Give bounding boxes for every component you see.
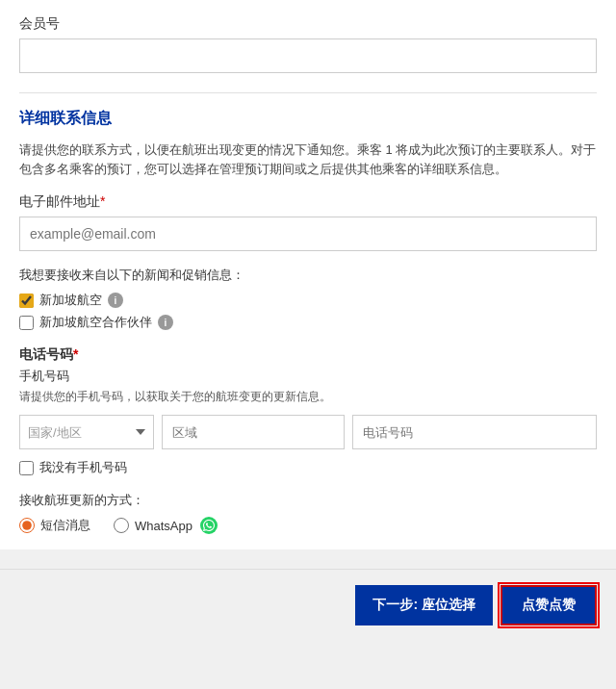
- promo-label: 我想要接收来自以下的新闻和促销信息：: [19, 267, 597, 284]
- promo-section: 我想要接收来自以下的新闻和促销信息： 新加坡航空 i 新加坡航空合作伙伴 i: [19, 267, 597, 331]
- email-input[interactable]: [19, 217, 597, 251]
- sms-label: 短信消息: [40, 517, 90, 534]
- update-method-label: 接收航班更新的方式：: [19, 492, 597, 509]
- email-section: 电子邮件地址*: [19, 193, 597, 251]
- detail-section-title: 详细联系信息: [19, 109, 597, 129]
- update-method-options: 短信消息 WhatsApp: [19, 517, 597, 534]
- promo-partners-label: 新加坡航空合作伙伴: [39, 314, 152, 331]
- email-label: 电子邮件地址*: [19, 193, 597, 211]
- no-phone-checkbox[interactable]: [19, 461, 34, 475]
- promo-option-partners: 新加坡航空合作伙伴 i: [19, 314, 597, 331]
- partners-info-icon[interactable]: i: [158, 315, 173, 330]
- detail-contact-section: 详细联系信息 请提供您的联系方式，以便在航班出现变更的情况下通知您。乘客 1 将…: [19, 109, 597, 534]
- phone-number-input[interactable]: [352, 415, 597, 449]
- whatsapp-radio[interactable]: [114, 518, 129, 533]
- phone-section-title: 电话号码*: [19, 346, 597, 364]
- phone-country-select[interactable]: 国家/地区: [19, 415, 154, 449]
- promo-partners-checkbox[interactable]: [19, 316, 34, 330]
- whatsapp-option[interactable]: WhatsApp: [114, 517, 218, 534]
- sms-radio[interactable]: [19, 518, 35, 533]
- member-label: 会员号: [19, 15, 597, 33]
- detail-description: 请提供您的联系方式，以便在航班出现变更的情况下通知您。乘客 1 将成为此次预订的…: [19, 140, 597, 178]
- sq-info-icon[interactable]: i: [108, 293, 123, 308]
- update-method-section: 接收航班更新的方式： 短信消息 WhatsApp: [19, 492, 597, 534]
- phone-section: 电话号码* 手机号码 请提供您的手机号码，以获取关于您的航班变更的更新信息。 国…: [19, 346, 597, 476]
- promo-sq-checkbox[interactable]: [19, 293, 34, 308]
- whatsapp-label: WhatsApp: [135, 519, 192, 533]
- sms-option[interactable]: 短信消息: [19, 517, 90, 534]
- save-button[interactable]: 点赞点赞: [500, 585, 597, 625]
- bottom-bar: 下一步: 座位选择 点赞点赞: [0, 569, 616, 641]
- next-button[interactable]: 下一步: 座位选择: [355, 585, 493, 625]
- whatsapp-icon: [200, 517, 218, 534]
- member-section: 会员号: [19, 15, 597, 73]
- member-input[interactable]: [19, 38, 597, 73]
- promo-sq-label: 新加坡航空: [39, 292, 102, 309]
- phone-subtitle: 手机号码: [19, 368, 597, 385]
- promo-option-sq: 新加坡航空 i: [19, 292, 597, 309]
- phone-area-input[interactable]: [162, 415, 345, 449]
- no-phone-row: 我没有手机号码: [19, 459, 597, 476]
- phone-inputs-row: 国家/地区: [19, 415, 597, 449]
- section-divider: [19, 92, 597, 93]
- phone-description: 请提供您的手机号码，以获取关于您的航班变更的更新信息。: [19, 389, 597, 405]
- no-phone-label: 我没有手机号码: [39, 459, 127, 476]
